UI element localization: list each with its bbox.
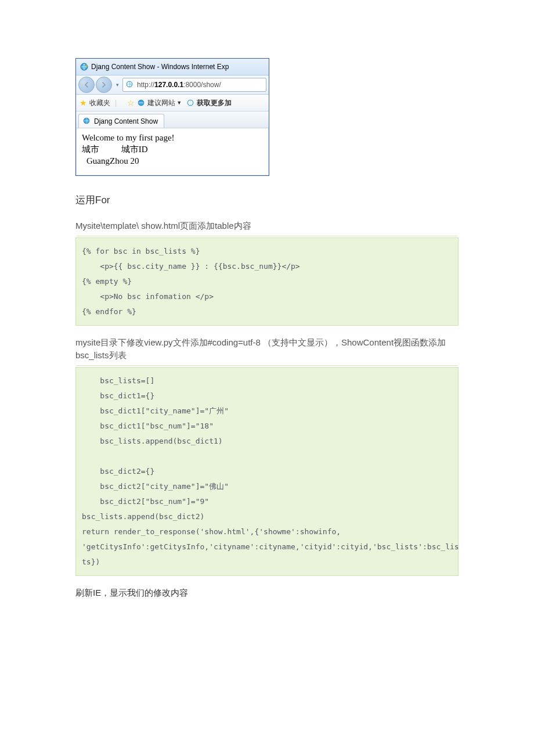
- table-row: GuangZhou 20: [82, 156, 263, 166]
- url-port: :8000: [183, 81, 201, 89]
- favorites-star-icon[interactable]: ★: [80, 98, 87, 107]
- ie-logo-icon: [80, 62, 89, 71]
- tab-favicon-icon: [82, 117, 92, 126]
- forward-button[interactable]: [96, 77, 112, 93]
- back-button[interactable]: [78, 77, 95, 93]
- favorites-label[interactable]: 收藏夹: [89, 98, 110, 108]
- tab-bar: Djang Content Show: [76, 111, 269, 128]
- code-block-view: bsc_lists=[] bsc_dict1={} bsc_dict1["cit…: [75, 367, 459, 576]
- row-city: GuangZhou: [86, 156, 128, 165]
- url-path: /show/: [201, 81, 221, 89]
- suggested-label: 建议网站: [147, 98, 175, 108]
- para-refresh: 刷新IE，显示我们的修改内容: [75, 586, 459, 600]
- ie-titlebar: Djang Content Show - Windows Internet Ex…: [76, 59, 269, 75]
- tab-active[interactable]: Djang Content Show: [78, 114, 164, 128]
- col-city: 城市: [82, 144, 119, 155]
- para-showhtml: Mysite\template\ show.html页面添加table内容: [75, 219, 459, 233]
- row-id: 20: [130, 156, 139, 165]
- url-host: 127.0.0.1: [154, 81, 183, 89]
- ie-small-icon: [186, 99, 194, 107]
- address-bar[interactable]: http://127.0.0.1:8000/show/: [122, 78, 266, 92]
- ie-navbar: ▾ http://127.0.0.1:8000/show/: [76, 75, 269, 95]
- ie-window: Djang Content Show - Windows Internet Ex…: [75, 58, 269, 176]
- divider: |: [115, 99, 117, 107]
- dropdown-icon: ▼: [176, 100, 182, 106]
- code-block-template: {% for bsc in bsc_lists %} <p>{{ bsc.cit…: [75, 237, 459, 326]
- ie-small-icon: [137, 99, 145, 107]
- get-more-addons[interactable]: 获取更多加: [186, 98, 232, 108]
- page-content: Welcome to my first page! 城市 城市ID GuangZ…: [76, 128, 269, 175]
- window-title: Djang Content Show - Windows Internet Ex…: [91, 63, 229, 71]
- favorites-bar: ★ 收藏夹 | ☆ 建议网站 ▼ 获取更多加: [76, 95, 269, 111]
- get-more-label: 获取更多加: [197, 98, 232, 108]
- section-heading-for: 运用For: [75, 193, 459, 207]
- col-cityid: 城市ID: [121, 145, 148, 154]
- url-prefix: http://: [137, 81, 154, 89]
- tab-label: Djang Content Show: [94, 117, 158, 125]
- star-icon: ☆: [127, 98, 135, 107]
- table-header: 城市 城市ID: [82, 144, 263, 155]
- welcome-text: Welcome to my first page!: [82, 133, 263, 143]
- para-viewpy: mysite目录下修改view.py文件添加#coding=utf-8 （支持中…: [75, 336, 459, 362]
- suggested-sites[interactable]: ☆ 建议网站 ▼: [127, 98, 182, 108]
- page-favicon-icon: [125, 80, 135, 89]
- nav-dropdown-icon[interactable]: ▾: [113, 82, 121, 88]
- svg-point-3: [187, 100, 193, 106]
